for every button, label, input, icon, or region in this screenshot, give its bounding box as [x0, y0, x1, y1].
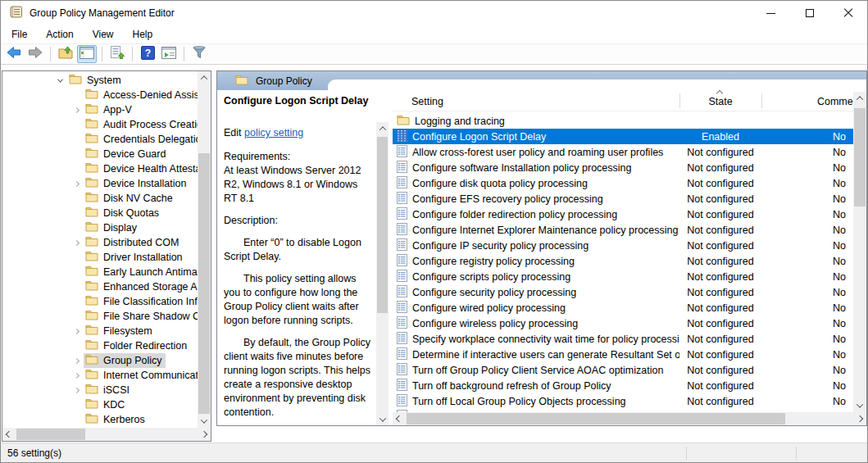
- close-button[interactable]: [829, 1, 867, 25]
- tree-item-content[interactable]: File Share Shadow Cop: [84, 309, 198, 324]
- tree-item-file-classification-infra[interactable]: File Classification Infra: [2, 294, 198, 309]
- chevron-right-icon[interactable]: [70, 374, 84, 378]
- tree-item-disk-quotas[interactable]: Disk Quotas: [2, 206, 198, 220]
- description-vertical-scrollbar[interactable]: [376, 122, 389, 425]
- chevron-right-icon[interactable]: [70, 329, 84, 334]
- tree-item-content[interactable]: Folder Redirection: [84, 338, 190, 353]
- tree-hscroll-thumb[interactable]: [16, 429, 85, 440]
- tree-item-disk-nv-cache[interactable]: Disk NV Cache: [2, 191, 198, 206]
- tree-item-content[interactable]: System: [67, 73, 125, 88]
- tree-item-filesystem[interactable]: Filesystem: [2, 324, 198, 338]
- tree-item-content[interactable]: Kerberos: [84, 412, 148, 427]
- tree-item-display[interactable]: Display: [2, 220, 198, 235]
- tree-item-content[interactable]: App-V: [84, 102, 135, 117]
- tree-item-group-policy[interactable]: Group Policy: [2, 353, 198, 368]
- setting-row[interactable]: Configure security policy processingNot …: [393, 284, 853, 300]
- tree-item-content[interactable]: Group Policy: [84, 353, 166, 368]
- tree-vertical-scrollbar[interactable]: [198, 71, 211, 428]
- tree-item-kerberos[interactable]: Kerberos: [2, 412, 198, 427]
- maximize-button[interactable]: [790, 1, 829, 25]
- tree-item-content[interactable]: Display: [84, 220, 140, 235]
- help-button[interactable]: ?: [138, 45, 157, 63]
- tree-item-early-launch-antimalw[interactable]: Early Launch Antimalw: [2, 265, 198, 279]
- setting-row[interactable]: Turn off Local Group Policy Objects proc…: [393, 393, 853, 409]
- tree-item-access-denied-assista[interactable]: Access-Denied Assista: [2, 88, 198, 102]
- edit-policy-setting-link[interactable]: policy setting: [244, 127, 303, 138]
- chevron-right-icon[interactable]: [70, 108, 84, 112]
- menu-action[interactable]: Action: [43, 27, 75, 42]
- setting-row[interactable]: Specify workplace connectivity wait time…: [393, 331, 853, 347]
- tree-item-content[interactable]: Filesystem: [84, 324, 156, 338]
- scroll-down-arrow-icon[interactable]: [853, 399, 866, 412]
- tree-item-iscsi[interactable]: iSCSI: [2, 383, 198, 397]
- tree-item-folder-redirection[interactable]: Folder Redirection: [2, 338, 198, 353]
- setting-row[interactable]: Configure wired policy processingNot con…: [393, 300, 853, 315]
- chevron-right-icon[interactable]: [70, 182, 84, 186]
- chevron-down-icon[interactable]: [53, 79, 67, 83]
- setting-row[interactable]: Configure registry policy processingNot …: [393, 253, 853, 269]
- scroll-down-arrow-icon[interactable]: [376, 413, 389, 425]
- tree-item-kdc[interactable]: KDC: [2, 397, 198, 412]
- menu-file[interactable]: File: [9, 27, 30, 42]
- column-header-comment[interactable]: Comment: [761, 96, 866, 107]
- tree-item-system[interactable]: System: [2, 73, 198, 88]
- tree-item-content[interactable]: Disk Quotas: [84, 206, 162, 220]
- tree-item-content[interactable]: Audit Process Creation: [84, 117, 198, 132]
- column-divider[interactable]: [679, 93, 680, 108]
- list-vertical-scrollbar[interactable]: [853, 92, 866, 412]
- tree-item-content[interactable]: Credentials Delegation: [84, 132, 198, 147]
- chevron-right-icon[interactable]: [70, 388, 84, 393]
- tree-vscroll-thumb[interactable]: [198, 153, 210, 414]
- description-vscroll-thumb[interactable]: [377, 137, 388, 313]
- setting-row[interactable]: Configure Internet Explorer Maintenance …: [393, 222, 853, 238]
- menu-view[interactable]: View: [90, 27, 116, 42]
- tree-item-content[interactable]: Early Launch Antimalw: [84, 265, 198, 279]
- scroll-up-arrow-icon[interactable]: [198, 71, 211, 84]
- export-list-button[interactable]: [107, 45, 127, 63]
- tree-item-content[interactable]: Internet Communicati: [84, 368, 198, 383]
- tree-item-content[interactable]: Driver Installation: [84, 250, 186, 265]
- scroll-left-arrow-icon[interactable]: [393, 412, 406, 425]
- filter-button[interactable]: [189, 45, 209, 63]
- tree-item-content[interactable]: Enhanced Storage Acc: [84, 279, 198, 294]
- scroll-right-arrow-icon[interactable]: [198, 428, 211, 441]
- tree-item-device-installation[interactable]: Device Installation: [2, 176, 198, 191]
- tree-item-audit-process-creation[interactable]: Audit Process Creation: [2, 117, 198, 132]
- scroll-down-arrow-icon[interactable]: [198, 415, 211, 428]
- setting-row[interactable]: Determine if interactive users can gener…: [393, 347, 853, 362]
- chevron-right-icon[interactable]: [70, 241, 84, 245]
- tree-horizontal-scrollbar[interactable]: [2, 428, 211, 441]
- list-vscroll-thumb[interactable]: [854, 108, 866, 207]
- setting-row[interactable]: Configure scripts policy processingNot c…: [393, 269, 853, 284]
- tree-item-content[interactable]: Device Health Attestat: [84, 161, 198, 176]
- list-horizontal-scrollbar[interactable]: [393, 412, 866, 425]
- tree-item-content[interactable]: Disk NV Cache: [84, 191, 176, 206]
- column-header-state[interactable]: State: [679, 96, 761, 107]
- setting-row[interactable]: Configure disk quota policy processingNo…: [393, 175, 853, 191]
- show-console-tree-button[interactable]: [77, 45, 97, 63]
- setting-row[interactable]: Configure folder redirection policy proc…: [393, 207, 853, 222]
- tree-item-content[interactable]: KDC: [84, 397, 128, 412]
- setting-row[interactable]: Configure wireless policy processingNot …: [393, 315, 853, 331]
- tree-item-content[interactable]: iSCSI: [84, 383, 133, 397]
- setting-row[interactable]: Configure EFS recovery policy processing…: [393, 191, 853, 207]
- tree-item-app-v[interactable]: App-V: [2, 102, 198, 117]
- tree-item-enhanced-storage-acc[interactable]: Enhanced Storage Acc: [2, 279, 198, 294]
- up-one-level-button[interactable]: [56, 45, 75, 63]
- list-hscroll-thumb[interactable]: [407, 413, 785, 424]
- column-divider[interactable]: [761, 93, 762, 108]
- tree-item-content[interactable]: Distributed COM: [84, 235, 182, 250]
- tree-item-content[interactable]: Device Guard: [84, 147, 169, 161]
- tree-item-distributed-com[interactable]: Distributed COM: [2, 235, 198, 250]
- minimize-button[interactable]: [752, 1, 790, 25]
- tree-item-file-share-shadow-cop[interactable]: File Share Shadow Cop: [2, 309, 198, 324]
- scroll-left-arrow-icon[interactable]: [2, 428, 16, 441]
- tree-item-device-guard[interactable]: Device Guard: [2, 147, 198, 161]
- tree-item-content[interactable]: Device Installation: [84, 176, 189, 191]
- setting-row[interactable]: Configure software Installation policy p…: [393, 160, 853, 175]
- setting-row[interactable]: Allow cross-forest user policy and roami…: [393, 144, 853, 160]
- tree-item-internet-communicati[interactable]: Internet Communicati: [2, 368, 198, 383]
- back-button[interactable]: [4, 45, 24, 63]
- scroll-up-arrow-icon[interactable]: [853, 92, 866, 105]
- console-window-button[interactable]: [159, 45, 179, 63]
